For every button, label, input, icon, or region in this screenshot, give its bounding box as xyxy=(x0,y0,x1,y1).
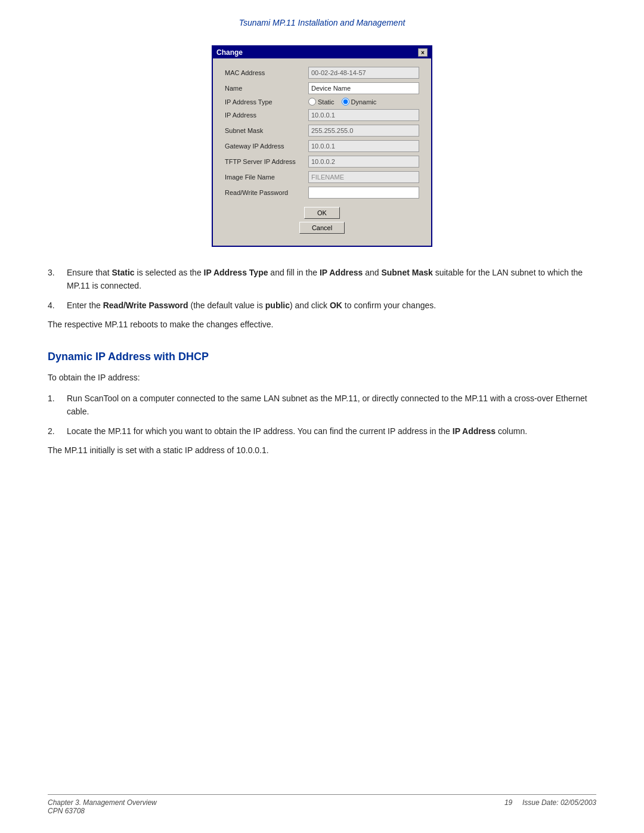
dialog-titlebar: Change × xyxy=(213,47,431,58)
tftp-server-row: TFTP Server IP Address xyxy=(225,156,419,168)
footer-page: 19 xyxy=(504,798,512,807)
ip-address-type-row: IP Address Type Static Dynamic xyxy=(225,98,419,106)
mac-address-label: MAC Address xyxy=(225,69,308,76)
gateway-ip-label: Gateway IP Address xyxy=(225,143,308,150)
subnet-mask-row: Subnet Mask xyxy=(225,125,419,137)
subnet-mask-input[interactable] xyxy=(308,125,419,137)
image-file-input[interactable] xyxy=(308,171,419,183)
tftp-server-label: TFTP Server IP Address xyxy=(225,158,308,165)
password-row: Read/Write Password xyxy=(225,187,419,199)
image-file-row: Image File Name xyxy=(225,171,419,183)
ip-address-input[interactable] xyxy=(308,109,419,121)
dialog-body: MAC Address Name IP Address Type Static xyxy=(213,58,431,246)
name-input[interactable] xyxy=(308,82,419,94)
static-radio[interactable] xyxy=(308,98,316,106)
page-header: Tsunami MP.11 Installation and Managemen… xyxy=(48,18,596,27)
content-area: 3. Ensure that Static is selected as the… xyxy=(48,266,596,457)
ip-address-type-label: IP Address Type xyxy=(225,98,308,106)
image-file-label: Image File Name xyxy=(225,174,308,181)
dynamic-radio-label: Dynamic xyxy=(351,98,377,106)
obtain-intro: To obtain the IP address: xyxy=(48,371,596,384)
static-radio-option[interactable]: Static xyxy=(308,98,335,106)
footer-left: Chapter 3. Management Overview CPN 63708 xyxy=(48,798,157,815)
password-input[interactable] xyxy=(308,187,419,199)
name-label: Name xyxy=(225,85,308,92)
step-4: 4. Enter the Read/Write Password (the de… xyxy=(48,299,596,312)
step-3-num: 3. xyxy=(48,266,62,279)
step-4-num: 4. xyxy=(48,299,62,312)
change-dialog: Change × MAC Address Name IP Address Typ… xyxy=(212,45,432,247)
mac-address-input[interactable] xyxy=(308,67,419,79)
step-3-text: Ensure that Static is selected as the IP… xyxy=(67,266,596,293)
password-label: Read/Write Password xyxy=(225,189,308,196)
cancel-button[interactable]: Cancel xyxy=(299,222,345,234)
ip-type-radio-group: Static Dynamic xyxy=(308,98,376,106)
subnet-mask-label: Subnet Mask xyxy=(225,127,308,134)
footer-date: Issue Date: 02/05/2003 xyxy=(522,798,596,807)
name-row: Name xyxy=(225,82,419,94)
static-note: The MP.11 initially is set with a static… xyxy=(48,444,596,457)
mac-address-row: MAC Address xyxy=(225,67,419,79)
footer-right: 19 Issue Date: 02/05/2003 xyxy=(504,798,596,815)
footer-cpn: CPN 63708 xyxy=(48,807,157,815)
dhcp-step-2-num: 2. xyxy=(48,425,62,438)
step-3: 3. Ensure that Static is selected as the… xyxy=(48,266,596,293)
dhcp-step-1-text: Run ScanTool on a computer connected to … xyxy=(67,392,596,419)
ip-address-row: IP Address xyxy=(225,109,419,121)
page-header-title: Tsunami MP.11 Installation and Managemen… xyxy=(239,18,405,27)
dhcp-step-2-text: Locate the MP.11 for which you want to o… xyxy=(67,425,596,438)
reboot-text: The respective MP.11 reboots to make the… xyxy=(48,318,596,331)
tftp-server-input[interactable] xyxy=(308,156,419,168)
dialog-close-button[interactable]: × xyxy=(418,48,428,57)
gateway-ip-row: Gateway IP Address xyxy=(225,140,419,152)
gateway-ip-input[interactable] xyxy=(308,140,419,152)
dialog-title: Change xyxy=(216,48,243,57)
ok-button[interactable]: OK xyxy=(304,207,340,219)
dynamic-radio-option[interactable]: Dynamic xyxy=(342,98,377,106)
ip-address-label: IP Address xyxy=(225,112,308,119)
page-footer: Chapter 3. Management Overview CPN 63708… xyxy=(48,794,596,815)
step-4-text: Enter the Read/Write Password (the defau… xyxy=(67,299,596,312)
section-heading: Dynamic IP Address with DHCP xyxy=(48,348,596,366)
static-radio-label: Static xyxy=(318,98,335,106)
dialog-wrapper: Change × MAC Address Name IP Address Typ… xyxy=(48,45,596,247)
dynamic-radio[interactable] xyxy=(342,98,349,106)
footer-chapter: Chapter 3. Management Overview xyxy=(48,798,157,807)
dhcp-step-1-num: 1. xyxy=(48,392,62,405)
dialog-buttons: OK Cancel xyxy=(225,207,419,237)
dhcp-step-1: 1. Run ScanTool on a computer connected … xyxy=(48,392,596,419)
dhcp-step-2: 2. Locate the MP.11 for which you want t… xyxy=(48,425,596,438)
